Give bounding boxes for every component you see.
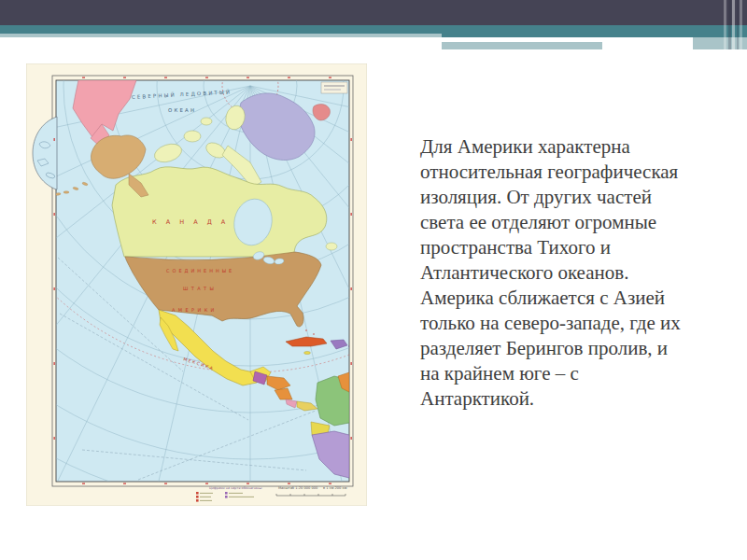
- header-stripe: [737, 0, 739, 49]
- scale-note-label: в 1 см 200 км: [323, 486, 347, 490]
- header-bar-teal-right: [442, 25, 747, 37]
- header-bar-light-mid: [442, 42, 602, 49]
- header-stripe: [724, 0, 726, 49]
- presentation-slide: СЕВЕРНЫЙ ЛЕДОВИТЫЙ ОКЕАН К А Н А Д А СОЕ…: [0, 0, 747, 560]
- legend-title: Цифрами на карте обозначены:: [209, 486, 262, 490]
- north-america-map-image: СЕВЕРНЫЙ ЛЕДОВИТЫЙ ОКЕАН К А Н А Д А СОЕ…: [26, 63, 367, 506]
- header-bar-light: [0, 34, 442, 37]
- header-stripe: [740, 0, 742, 49]
- header-stripe: [732, 0, 735, 49]
- slide-body-text: Для Америки характерна относительная гео…: [420, 134, 745, 412]
- scale-label: Масштаб 1:20 000 000: [278, 486, 318, 490]
- usa-label-2: ШТАТЫ: [183, 286, 217, 291]
- arctic-ocean-label-2: ОКЕАН: [168, 107, 196, 113]
- header-decoration: [0, 0, 747, 56]
- canada-label: К А Н А Д А: [152, 218, 229, 226]
- newfoundland-island: [326, 243, 337, 250]
- header-stripe: [728, 0, 731, 49]
- jamaica-island: [304, 351, 311, 354]
- map-note-box: [321, 82, 347, 93]
- usa-label-1: СОЕДИНЕННЫЕ: [166, 268, 234, 273]
- header-bar-dark: [0, 0, 747, 25]
- usa-label-3: АМЕРИКИ: [172, 307, 218, 313]
